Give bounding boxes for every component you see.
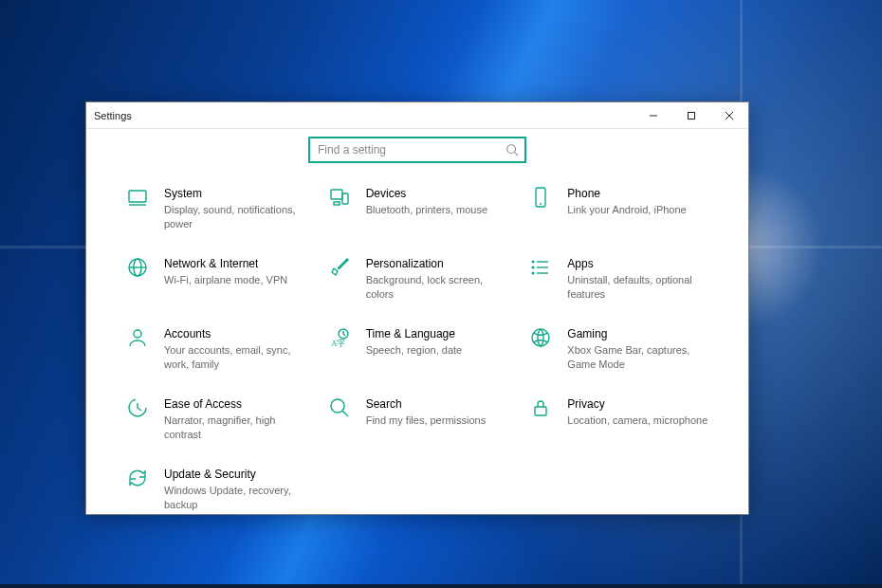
tile-title: Network & Internet xyxy=(164,256,287,271)
ease-of-access-icon xyxy=(124,396,151,423)
tile-desc: Background, lock screen, colors xyxy=(366,273,508,302)
tile-gaming[interactable]: Gaming Xbox Game Bar, captures, Game Mod… xyxy=(527,326,710,372)
tile-desc: Your accounts, email, sync, work, family xyxy=(164,343,306,372)
svg-rect-29 xyxy=(535,407,546,415)
lock-icon xyxy=(527,396,554,423)
close-button[interactable] xyxy=(710,102,748,128)
tile-title: Phone xyxy=(567,186,686,201)
tile-ease-of-access[interactable]: Ease of Access Narrator, magnifier, high… xyxy=(124,396,307,442)
svg-rect-10 xyxy=(334,202,340,205)
tile-title: Gaming xyxy=(567,326,709,341)
tile-search[interactable]: Search Find my files, permissions xyxy=(326,396,509,442)
settings-grid: System Display, sound, notifications, po… xyxy=(124,186,710,511)
settings-content: System Display, sound, notifications, po… xyxy=(86,129,748,514)
tile-desc: Windows Update, recovery, backup xyxy=(164,484,306,512)
svg-text:A字: A字 xyxy=(331,339,346,348)
titlebar: Settings xyxy=(86,102,748,129)
tile-title: Devices xyxy=(366,186,487,201)
tile-update-security[interactable]: Update & Security Windows Update, recove… xyxy=(124,467,307,512)
tile-desc: Wi-Fi, airplane mode, VPN xyxy=(164,273,287,287)
tile-title: Privacy xyxy=(567,396,707,412)
tile-title: Ease of Access xyxy=(164,396,306,412)
tile-network[interactable]: Network & Internet Wi-Fi, airplane mode,… xyxy=(124,256,307,302)
tile-desc: Display, sound, notifications, power xyxy=(164,203,306,231)
tile-desc: Link your Android, iPhone xyxy=(567,203,686,217)
time-language-icon: A字 xyxy=(326,326,353,353)
svg-point-4 xyxy=(507,145,516,154)
svg-rect-1 xyxy=(689,112,695,119)
system-icon xyxy=(124,186,151,212)
tile-desc: Find my files, permissions xyxy=(366,413,487,428)
tile-desc: Speech, region, date xyxy=(366,343,463,358)
tile-apps[interactable]: Apps Uninstall, defaults, optional featu… xyxy=(527,256,710,302)
gaming-icon xyxy=(527,326,554,353)
svg-rect-9 xyxy=(342,193,348,204)
svg-point-27 xyxy=(331,399,344,413)
settings-window: Settings xyxy=(85,101,749,515)
tile-phone[interactable]: Phone Link your Android, iPhone xyxy=(527,186,710,231)
tile-title: Search xyxy=(366,396,487,412)
tile-accounts[interactable]: Accounts Your accounts, email, sync, wor… xyxy=(124,326,307,372)
tile-personalization[interactable]: Personalization Background, lock screen,… xyxy=(326,256,509,302)
tile-time-language[interactable]: A字 Time & Language Speech, region, date xyxy=(326,326,509,372)
apps-icon xyxy=(527,256,554,283)
tile-title: Apps xyxy=(567,256,709,271)
desktop-background: Settings xyxy=(0,0,882,588)
svg-line-28 xyxy=(342,411,348,416)
taskbar[interactable] xyxy=(0,584,882,588)
brush-icon xyxy=(326,256,353,283)
search-box[interactable] xyxy=(308,137,526,163)
devices-icon xyxy=(326,186,353,212)
window-title: Settings xyxy=(94,110,132,121)
person-icon xyxy=(124,326,151,353)
tile-privacy[interactable]: Privacy Location, camera, microphone xyxy=(527,396,710,442)
tile-desc: Bluetooth, printers, mouse xyxy=(366,203,487,217)
tile-title: Accounts xyxy=(164,326,306,341)
tile-title: Time & Language xyxy=(366,326,463,341)
svg-line-5 xyxy=(515,153,519,156)
tile-desc: Uninstall, defaults, optional features xyxy=(567,273,709,302)
search-icon xyxy=(505,143,519,156)
search-category-icon xyxy=(326,396,353,423)
tile-title: System xyxy=(164,186,306,201)
tile-devices[interactable]: Devices Bluetooth, printers, mouse xyxy=(326,186,509,231)
svg-rect-6 xyxy=(129,191,146,202)
tile-title: Update & Security xyxy=(164,467,306,482)
minimize-button[interactable] xyxy=(634,102,672,128)
svg-point-22 xyxy=(134,330,141,338)
tile-title: Personalization xyxy=(366,256,508,271)
globe-icon xyxy=(124,256,151,283)
search-input[interactable] xyxy=(318,143,505,156)
tile-system[interactable]: System Display, sound, notifications, po… xyxy=(124,186,307,231)
tile-desc: Narrator, magnifier, high contrast xyxy=(164,413,306,442)
phone-icon xyxy=(527,186,554,212)
tile-desc: Location, camera, microphone xyxy=(567,413,707,428)
update-icon xyxy=(124,467,151,493)
svg-rect-8 xyxy=(331,190,342,199)
window-controls xyxy=(634,102,748,128)
maximize-button[interactable] xyxy=(672,102,710,128)
svg-point-25 xyxy=(532,329,549,346)
tile-desc: Xbox Game Bar, captures, Game Mode xyxy=(567,343,709,372)
